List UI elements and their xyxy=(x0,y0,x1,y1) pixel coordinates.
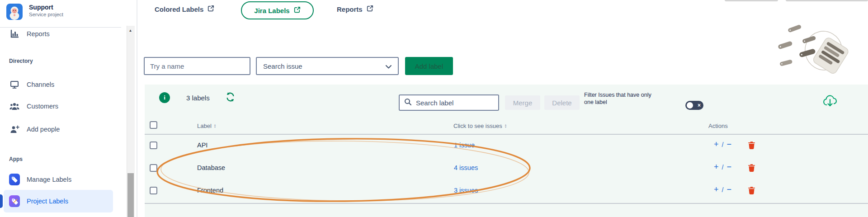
add-issues-button[interactable]: + xyxy=(714,140,719,149)
search-label-input[interactable] xyxy=(415,99,507,107)
add-issues-button[interactable]: + xyxy=(714,162,719,172)
tab-reports[interactable]: Reports xyxy=(337,5,373,13)
header-text: Label xyxy=(197,123,212,129)
bar-chart-icon xyxy=(9,29,20,38)
sidebar-scrollbar-thumb[interactable] xyxy=(127,173,134,217)
sidebar-item-channels[interactable]: Channels xyxy=(0,75,118,94)
row-actions: + / − xyxy=(714,185,731,194)
trash-icon[interactable] xyxy=(748,164,755,172)
row-checkbox[interactable] xyxy=(150,187,157,194)
external-link-icon xyxy=(367,5,373,13)
row-checkbox[interactable] xyxy=(150,164,157,172)
labels-panel: i 3 labels Merge Delete Filter Issues th… xyxy=(145,85,868,217)
slash-separator: / xyxy=(722,164,724,171)
header-text: Click to see issues xyxy=(453,123,502,129)
row-actions: + / − xyxy=(714,140,731,149)
sidebar-item-label: Reports xyxy=(27,30,50,38)
table-row: Database 4 issues + / − xyxy=(145,157,868,179)
remove-issues-button[interactable]: − xyxy=(726,140,731,149)
remove-issues-button[interactable]: − xyxy=(726,162,731,172)
slash-separator: / xyxy=(722,141,724,148)
sort-icon: ▲▼ xyxy=(505,124,507,128)
sidebar-item-label: Customers xyxy=(27,103,58,110)
project-labels-app-icon xyxy=(9,195,20,207)
add-label-button[interactable]: Add label xyxy=(405,57,453,75)
filter-toggle[interactable]: × xyxy=(685,101,703,110)
directory-heading: Directory xyxy=(9,58,33,64)
row-actions: + / − xyxy=(714,162,731,172)
sort-icon: ▲▼ xyxy=(214,124,216,128)
top-edge-fragment xyxy=(725,0,778,1)
labels-count: 3 labels xyxy=(186,94,210,102)
project-type: Service project xyxy=(29,12,63,17)
table-bottom-divider xyxy=(145,203,868,204)
chevron-down-icon xyxy=(386,62,392,70)
manage-labels-app-icon xyxy=(9,174,20,185)
merge-button[interactable]: Merge xyxy=(505,95,540,110)
sidebar-item-customers[interactable]: Customers xyxy=(0,97,118,115)
selected-item-indicator xyxy=(0,194,3,208)
top-edge-fragment xyxy=(786,0,868,1)
label-cell: Frontend xyxy=(197,187,223,194)
table-header: Label ▲▼ Click to see issues ▲▼ Actions xyxy=(145,117,868,134)
select-all-checkbox[interactable] xyxy=(150,121,157,129)
delete-button[interactable]: Delete xyxy=(544,95,580,110)
search-icon xyxy=(404,98,411,107)
sidebar-item-project-labels[interactable]: Project Labels xyxy=(4,190,113,212)
project-name: Support xyxy=(29,4,53,11)
monitor-icon xyxy=(9,80,20,89)
person-add-icon xyxy=(9,125,20,133)
search-label-box[interactable] xyxy=(399,94,499,111)
tab-colored-labels[interactable]: Colored Labels xyxy=(155,5,214,13)
toggle-knob xyxy=(687,102,693,108)
header-text: Actions xyxy=(708,123,728,129)
trash-icon[interactable] xyxy=(748,186,755,194)
people-icon xyxy=(9,102,20,110)
sidebar-content-divider xyxy=(137,0,137,217)
label-cell: API xyxy=(197,142,208,149)
sidebar-item-label: Channels xyxy=(27,81,54,88)
remove-issues-button[interactable]: − xyxy=(726,185,731,194)
column-header-label[interactable]: Label ▲▼ xyxy=(197,123,216,129)
apps-heading: Apps xyxy=(9,156,23,162)
table-row: Frontend 3 issues + / − xyxy=(145,179,868,202)
issues-link[interactable]: 4 issues xyxy=(454,164,478,171)
tab-jira-labels[interactable]: Jira Labels xyxy=(241,1,314,19)
sidebar-item-add-people[interactable]: Add people xyxy=(0,120,118,138)
trash-icon[interactable] xyxy=(748,141,755,149)
select-value: Search issue xyxy=(263,62,302,70)
flying-labels-bucket-illustration xyxy=(774,23,855,78)
add-issues-button[interactable]: + xyxy=(714,185,719,194)
toggle-off-x: × xyxy=(698,102,701,109)
filter-toggle-label: Filter Issues that have only one label xyxy=(584,91,662,106)
refresh-icon[interactable] xyxy=(225,92,236,104)
sidebar: Support Service project Reports Director… xyxy=(0,0,137,217)
issues-link[interactable]: 1 issue xyxy=(454,142,475,149)
sidebar-item-label: Project Labels xyxy=(27,198,68,205)
tab-label: Colored Labels xyxy=(155,5,203,13)
sidebar-item-label: Add people xyxy=(27,126,60,133)
slash-separator: / xyxy=(722,186,724,193)
row-checkbox[interactable] xyxy=(150,142,157,149)
project-avatar[interactable] xyxy=(6,4,23,20)
tab-label: Jira Labels xyxy=(254,7,289,14)
column-header-actions: Actions xyxy=(708,123,728,129)
label-name-input[interactable] xyxy=(144,57,250,75)
issues-link[interactable]: 3 issues xyxy=(454,187,478,194)
table-row: API 1 issue + / − xyxy=(145,134,868,157)
scroll-up-arrow[interactable]: ▲ xyxy=(127,26,134,34)
search-issue-select[interactable]: Search issue xyxy=(256,57,399,75)
sidebar-item-manage-labels[interactable]: Manage Labels xyxy=(0,170,118,189)
column-header-issues[interactable]: Click to see issues ▲▼ xyxy=(453,123,507,129)
info-icon[interactable]: i xyxy=(159,92,170,103)
external-link-icon xyxy=(294,6,301,14)
label-cell: Database xyxy=(197,164,225,171)
sidebar-item-label: Manage Labels xyxy=(27,176,71,183)
cloud-download-icon[interactable] xyxy=(822,94,838,112)
external-link-icon xyxy=(208,5,214,13)
tab-label: Reports xyxy=(337,5,363,13)
sidebar-item-reports[interactable]: Reports xyxy=(0,25,118,43)
